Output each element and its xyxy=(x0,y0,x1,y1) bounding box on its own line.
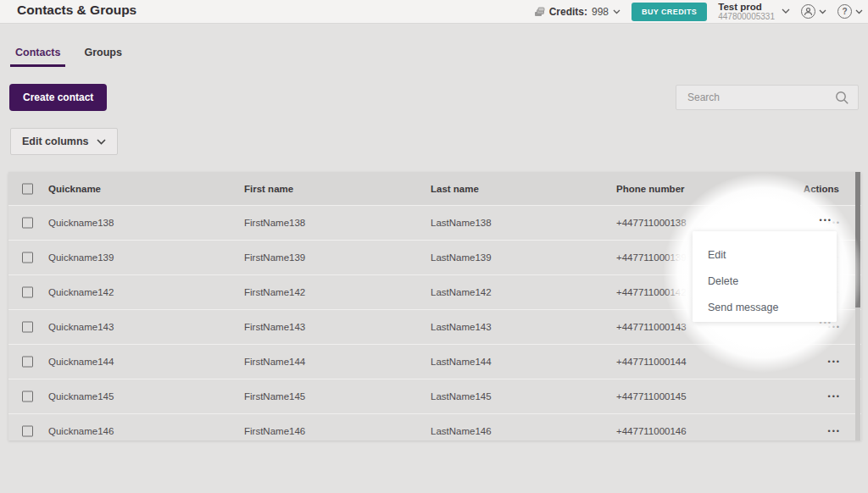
cell-phone-number: +447711000142 xyxy=(616,287,687,297)
cell-last-name: LastName142 xyxy=(431,287,492,297)
select-all-checkbox[interactable] xyxy=(22,183,33,194)
table-scrollbar-thumb[interactable] xyxy=(855,172,860,307)
row-checkbox[interactable] xyxy=(22,218,33,229)
cell-quickname: Quickname144 xyxy=(48,357,114,367)
create-contact-button[interactable]: Create contact xyxy=(9,84,107,111)
row-checkbox[interactable] xyxy=(22,252,33,263)
menu-item-delete[interactable]: Delete xyxy=(693,269,837,295)
edit-columns-label: Edit columns xyxy=(22,136,88,147)
tab-bar: Contacts Groups xyxy=(15,47,122,67)
cell-phone-number: +447711000143 xyxy=(616,322,687,332)
row-checkbox[interactable] xyxy=(22,426,33,437)
table-scrollbar-track[interactable] xyxy=(855,172,860,440)
user-menu[interactable] xyxy=(801,4,826,19)
row-actions-icon[interactable]: ••• xyxy=(828,428,841,435)
table-row[interactable]: Quickname146 FirstName146 LastName146 +4… xyxy=(8,413,861,440)
user-icon xyxy=(801,4,815,19)
row-checkbox[interactable] xyxy=(22,357,33,368)
column-header-last-name: Last name xyxy=(431,184,479,194)
row-checkbox[interactable] xyxy=(22,391,33,402)
cell-first-name: FirstName145 xyxy=(244,391,305,402)
cell-quickname: Quickname142 xyxy=(48,287,114,297)
cell-first-name: FirstName138 xyxy=(244,218,305,228)
top-bar: Contacts & Groups Credits: 998 BUY CREDI… xyxy=(0,0,868,24)
cell-quickname: Quickname145 xyxy=(48,391,114,402)
row-checkbox[interactable] xyxy=(22,322,33,333)
cell-first-name: FirstName139 xyxy=(244,252,305,263)
column-header-quickname: Quickname xyxy=(48,184,101,194)
table-header-row: Quickname First name Last name Phone num… xyxy=(8,172,861,205)
cell-quickname: Quickname143 xyxy=(48,322,114,332)
column-header-first-name: First name xyxy=(244,184,293,194)
cell-phone-number: +447711000138 xyxy=(616,218,687,228)
search-input[interactable] xyxy=(676,91,835,103)
cell-phone-number: +447711000146 xyxy=(616,426,687,436)
cell-quickname: Quickname138 xyxy=(48,218,114,228)
menu-item-edit[interactable]: Edit xyxy=(693,242,837,269)
table-row[interactable]: Quickname144 FirstName144 LastName144 +4… xyxy=(8,344,861,379)
page-title: Contacts & Groups xyxy=(17,3,136,18)
cell-last-name: LastName144 xyxy=(431,357,492,367)
account-dropdown[interactable]: Test prod 447800005331 xyxy=(718,2,790,21)
search-box xyxy=(676,85,859,110)
cell-first-name: FirstName144 xyxy=(244,357,305,367)
cell-last-name: LastName146 xyxy=(431,426,492,436)
cell-last-name: LastName138 xyxy=(431,218,492,228)
help-menu[interactable]: ? xyxy=(837,4,863,19)
cell-last-name: LastName139 xyxy=(431,252,492,263)
chevron-down-icon xyxy=(613,9,620,14)
account-number: 447800005331 xyxy=(718,12,775,21)
chevron-down-icon xyxy=(782,8,790,14)
cell-last-name: LastName145 xyxy=(431,391,492,402)
chevron-down-icon xyxy=(97,139,106,145)
cell-first-name: FirstName143 xyxy=(244,322,305,332)
menu-item-send-message[interactable]: Send message xyxy=(693,295,837,321)
column-header-actions: Actions xyxy=(804,184,839,194)
credits-icon xyxy=(534,7,545,17)
buy-credits-button[interactable]: BUY CREDITS xyxy=(632,3,707,21)
actions-menu: Edit Delete Send message xyxy=(693,231,837,322)
tab-groups[interactable]: Groups xyxy=(84,47,121,67)
tab-contacts[interactable]: Contacts xyxy=(15,47,60,67)
cell-phone-number: +447711000144 xyxy=(616,357,687,367)
cell-phone-number: +447711000139 xyxy=(616,252,687,263)
cell-last-name: LastName143 xyxy=(431,322,492,332)
account-info: Test prod 447800005331 xyxy=(718,2,775,21)
top-bar-right: Credits: 998 BUY CREDITS Test prod 44780… xyxy=(534,0,863,23)
search-icon[interactable] xyxy=(835,91,849,105)
edit-columns-button[interactable]: Edit columns xyxy=(10,128,118,155)
row-actions-icon-active[interactable]: ••• xyxy=(788,217,832,224)
row-checkbox[interactable] xyxy=(22,287,33,298)
chevron-down-icon xyxy=(855,9,863,14)
credits-value: 998 xyxy=(592,6,609,18)
column-header-phone-number: Phone number xyxy=(616,184,685,194)
row-actions-icon[interactable]: ••• xyxy=(828,393,841,401)
credits-label: Credits: xyxy=(549,6,587,18)
cell-quickname: Quickname146 xyxy=(48,426,114,436)
credits-dropdown[interactable]: Credits: 998 xyxy=(534,6,620,18)
cell-quickname: Quickname139 xyxy=(48,252,114,263)
help-icon: ? xyxy=(837,4,852,19)
cell-first-name: FirstName146 xyxy=(244,426,305,436)
cell-phone-number: +447711000145 xyxy=(616,391,687,402)
cell-first-name: FirstName142 xyxy=(244,287,305,297)
chevron-down-icon xyxy=(819,9,826,14)
row-actions-icon[interactable]: ••• xyxy=(828,358,841,366)
account-name: Test prod xyxy=(718,2,762,12)
table-row[interactable]: Quickname145 FirstName145 LastName145 +4… xyxy=(8,379,861,413)
